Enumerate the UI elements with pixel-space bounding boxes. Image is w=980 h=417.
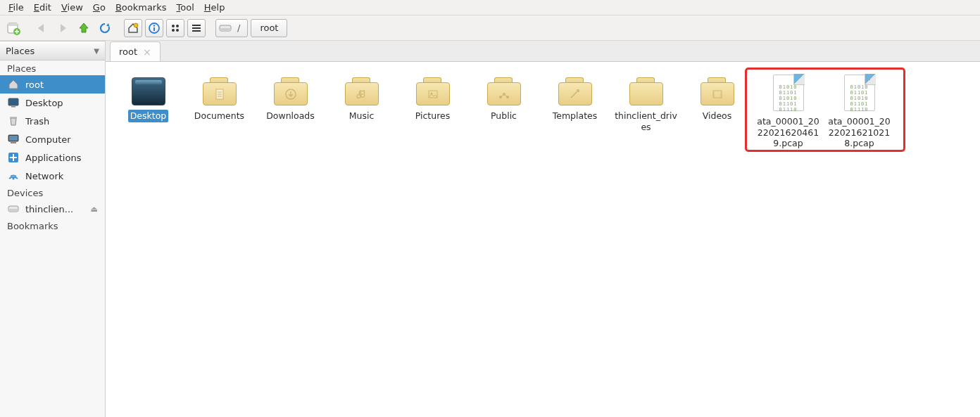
sidebar-item-desktop[interactable]: Desktop (0, 94, 105, 112)
file-label: ata_00001_20220216210218.pcap (826, 115, 893, 150)
svg-rect-38 (720, 91, 722, 98)
svg-rect-16 (8, 98, 18, 105)
sidebar-item-computer[interactable]: Computer (0, 130, 105, 148)
svg-point-3 (134, 23, 138, 27)
file-item[interactable]: Desktop (113, 72, 184, 153)
file-label: Public (489, 110, 519, 122)
desktop-icon (7, 96, 20, 109)
path-segment-label: root (260, 23, 278, 33)
chevron-down-icon: ▼ (94, 47, 99, 55)
folder-icon (701, 77, 734, 105)
file-item[interactable]: Public (468, 72, 539, 153)
sidebar-dropdown[interactable]: Places ▼ (0, 41, 105, 60)
menuitem-help[interactable]: Help (200, 1, 230, 14)
new-tab-button[interactable] (4, 19, 23, 37)
file-item[interactable]: Music (326, 72, 397, 153)
sidebar-dropdown-label: Places (6, 46, 34, 56)
network-icon (7, 169, 20, 182)
sidebar: Places ▼ PlacesrootDesktopTrashComputerA… (0, 41, 106, 417)
svg-rect-37 (713, 91, 715, 98)
sidebar-section-places: Places (0, 60, 105, 75)
folder-icon (487, 77, 521, 105)
up-button[interactable] (75, 19, 93, 37)
file-label: Desktop (128, 110, 169, 122)
file-item[interactable]: Downloads (255, 72, 326, 153)
sidebar-item-trash[interactable]: Trash (0, 112, 105, 130)
desktop-icon (132, 77, 165, 105)
svg-point-23 (13, 178, 15, 180)
file-label: ata_00001_20220216204619.pcap (755, 115, 822, 150)
menuitem-bookmarks[interactable]: Bookmarks (111, 1, 171, 14)
file-label: Downloads (264, 110, 317, 122)
file-item[interactable]: Documents (184, 72, 255, 153)
toolbar: / root (0, 15, 980, 41)
svg-rect-13 (192, 30, 201, 32)
tab-label: root (119, 46, 137, 57)
menuitem-go[interactable]: Go (89, 1, 110, 14)
svg-rect-31 (429, 91, 437, 98)
tab-root[interactable]: root× (110, 41, 161, 61)
sidebar-item-network[interactable]: Network (0, 167, 105, 185)
sidebar-item-applications[interactable]: Applications (0, 148, 105, 167)
sidebar-item-label: root (25, 79, 44, 90)
back-button[interactable] (32, 19, 51, 37)
path-segment-current[interactable]: root (251, 19, 287, 37)
sidebar-item-label: thinclien... (25, 204, 73, 214)
sidebar-item-label: Network (25, 171, 63, 181)
file-label: Templates (551, 110, 600, 122)
sidebar-item-thinclient[interactable]: thinclien...⏏ (0, 200, 105, 218)
menuitem-edit[interactable]: Edit (30, 1, 56, 14)
binary-file-icon: 0101001101010100110101110 (844, 75, 875, 111)
sidebar-item-label: Applications (25, 153, 81, 163)
svg-rect-21 (11, 142, 16, 143)
file-item[interactable]: 0101001101010100110101110ata_00001_20220… (753, 72, 824, 153)
main-area: root× DesktopDocumentsDownloadsMusicPict… (106, 41, 980, 417)
binary-file-icon: 0101001101010100110101110 (773, 75, 804, 111)
icon-view[interactable]: DesktopDocumentsDownloadsMusicPicturesPu… (106, 62, 980, 417)
file-item[interactable]: 0101001101010100110101110ata_00001_20220… (824, 72, 895, 153)
list-view-button[interactable] (187, 19, 206, 37)
svg-point-9 (172, 29, 175, 32)
sidebar-item-label: Desktop (25, 98, 63, 108)
svg-rect-18 (10, 117, 17, 118)
menuitem-tool[interactable]: Tool (172, 1, 199, 14)
tabstrip: root× (106, 41, 980, 62)
computer-icon (7, 133, 20, 146)
svg-point-7 (172, 25, 175, 27)
svg-rect-15 (220, 28, 231, 31)
svg-point-8 (176, 25, 179, 27)
file-label: thinclient_drives (612, 110, 680, 133)
folder-icon (345, 77, 379, 105)
eject-icon[interactable]: ⏏ (91, 205, 98, 214)
sidebar-item-root[interactable]: root (0, 75, 105, 94)
file-label: Pictures (413, 110, 453, 122)
menubar: FileEditViewGoBookmarksToolHelp (0, 0, 980, 15)
folder-icon (203, 77, 237, 105)
sidebar-item-label: Computer (25, 134, 71, 145)
file-label: Documents (192, 110, 246, 122)
home-button[interactable] (124, 19, 142, 37)
file-item[interactable]: thinclient_drives (610, 72, 681, 153)
home-icon (7, 78, 20, 91)
file-item[interactable]: Templates (539, 72, 610, 153)
apps-icon (7, 151, 20, 164)
svg-rect-11 (192, 25, 201, 26)
trash-icon (7, 115, 20, 127)
folder-icon (558, 77, 592, 105)
menuitem-file[interactable]: File (4, 1, 28, 14)
icon-view-button[interactable] (166, 19, 184, 37)
svg-rect-25 (8, 209, 18, 212)
file-label: Videos (701, 110, 734, 122)
info-button[interactable] (145, 19, 163, 37)
file-item[interactable]: Videos (681, 72, 753, 153)
forward-button[interactable] (54, 19, 72, 37)
drive-button[interactable]: / (215, 19, 248, 37)
drive-icon (7, 203, 20, 215)
file-label: Music (347, 110, 377, 122)
close-icon[interactable]: × (143, 47, 151, 57)
reload-button[interactable] (96, 19, 114, 37)
menuitem-view[interactable]: View (57, 1, 87, 14)
file-item[interactable]: Pictures (397, 72, 468, 153)
folder-icon (416, 77, 450, 105)
path-root-label: / (233, 21, 244, 34)
